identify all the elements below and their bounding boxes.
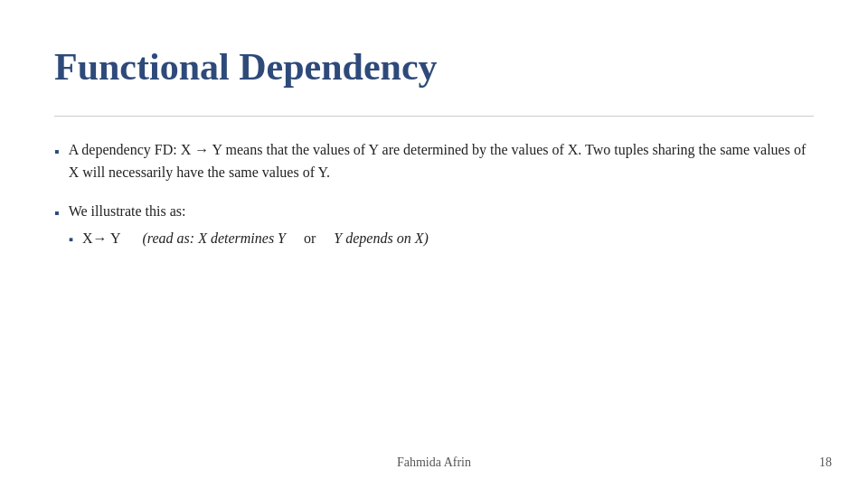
bullet-icon-2: ▪	[54, 202, 60, 225]
bullet-item-1: ▪ A dependency FD: X → Y means that the …	[54, 139, 814, 184]
bullet-item-2: ▪ We illustrate this as: ▪ X→ Y (read as…	[54, 201, 814, 255]
or-text: or	[304, 230, 316, 246]
sub-bullet-area: ▪ X→ Y (read as: X determines Y or Y dep…	[69, 228, 814, 250]
slide-title: Functional Dependency	[54, 45, 814, 89]
sub-bullet-text-1: X→ Y (read as: X determines Y or Y depen…	[82, 228, 814, 250]
content-area: ▪ A dependency FD: X → Y means that the …	[54, 139, 814, 255]
sub-bullet-icon-1: ▪	[69, 230, 73, 250]
read-as-text: (read as: X determines Y	[143, 230, 287, 246]
bullet-icon-1: ▪	[54, 141, 60, 164]
bullet2-intro: We illustrate this as:	[69, 203, 186, 219]
bullet-text-2: We illustrate this as: ▪ X→ Y (read as: …	[69, 201, 814, 255]
page-number: 18	[819, 455, 832, 470]
title-divider	[54, 116, 814, 117]
footer-author: Fahmida Afrin	[397, 455, 471, 470]
sub-bullet-item-1: ▪ X→ Y (read as: X determines Y or Y dep…	[69, 228, 814, 250]
slide-footer: Fahmida Afrin	[0, 455, 868, 470]
slide-container: Functional Dependency ▪ A dependency FD:…	[0, 0, 868, 488]
bullet-text-1: A dependency FD: X → Y means that the va…	[69, 139, 814, 184]
depends-on-text: Y depends on X)	[334, 230, 428, 246]
arrow-expression: X→ Y	[82, 230, 121, 246]
